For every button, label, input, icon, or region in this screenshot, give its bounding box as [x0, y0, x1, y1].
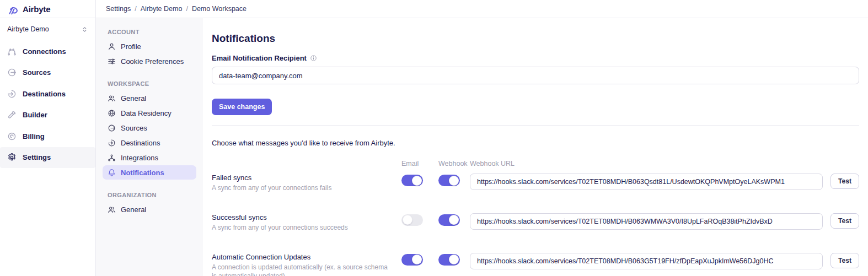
brand-wordmark: Airbyte — [23, 4, 50, 14]
settings-nav-item-label: General — [121, 205, 146, 214]
gear-icon — [7, 153, 17, 162]
settings-nav-section-title: ACCOUNT — [103, 26, 196, 39]
notification-title: Successful syncs — [212, 213, 401, 221]
notifications-rows: Failed syncsA sync from any of your conn… — [212, 174, 859, 276]
sliders-icon — [108, 57, 116, 66]
sources-icon — [7, 68, 17, 77]
sidebar-item-settings[interactable]: Settings — [0, 147, 95, 169]
sidebar-item-label: Builder — [23, 111, 47, 119]
integrations-icon — [108, 154, 116, 162]
toggle-knob — [449, 176, 459, 186]
breadcrumb-separator: / — [186, 5, 187, 13]
settings-nav-item-label: Destinations — [121, 139, 160, 147]
destinations-icon — [108, 139, 116, 147]
bell-icon — [108, 169, 116, 177]
breadcrumb-item-demo-workspace[interactable]: Demo Workspace — [192, 5, 247, 13]
settings-nav-item-destinations[interactable]: Destinations — [103, 136, 196, 150]
webhook-url-input[interactable] — [470, 174, 823, 190]
sidebar-item-builder[interactable]: Builder — [0, 105, 95, 126]
notification-row-automatic-connection-updates: Automatic Connection UpdatesA connection… — [212, 253, 859, 276]
notification-info: Automatic Connection UpdatesA connection… — [212, 253, 401, 276]
notification-description: A sync from any of your connections succ… — [212, 223, 401, 232]
settings-nav-item-general[interactable]: General — [103, 91, 196, 105]
sources-icon — [108, 124, 116, 132]
notification-description: A connection is updated automatically (e… — [212, 263, 401, 276]
settings-nav-item-integrations[interactable]: Integrations — [103, 150, 196, 165]
airbyte-logo-icon — [7, 3, 19, 15]
settings-nav: ACCOUNTProfileCookie PreferencesWORKSPAC… — [96, 18, 203, 276]
builder-icon — [7, 110, 17, 120]
settings-nav-item-notifications[interactable]: Notifications — [103, 165, 196, 180]
toggle-knob — [412, 176, 422, 186]
settings-nav-item-general[interactable]: General — [103, 202, 196, 217]
connections-icon — [7, 47, 17, 56]
sidebar-item-connections[interactable]: Connections — [0, 41, 95, 62]
workspace-selector-label: Airbyte Demo — [7, 25, 49, 33]
email-toggle[interactable] — [401, 175, 423, 186]
sidebar-item-sources[interactable]: Sources — [0, 62, 95, 84]
settings-nav-item-data-residency[interactable]: Data Residency — [103, 106, 196, 120]
settings-nav-item-cookie-preferences[interactable]: Cookie Preferences — [103, 54, 196, 68]
sidebar-item-label: Billing — [23, 132, 45, 140]
choose-messages-text: Choose what messages you'd like to recei… — [212, 139, 859, 147]
page-title: Notifications — [212, 33, 859, 45]
notification-description: A sync from any of your connections fail… — [212, 183, 401, 193]
settings-nav-section-title: ORGANIZATION — [103, 189, 196, 202]
test-button[interactable]: Test — [831, 174, 859, 189]
settings-nav-item-sources[interactable]: Sources — [103, 121, 196, 135]
settings-nav-item-label: Integrations — [121, 154, 158, 162]
destinations-icon — [7, 89, 17, 99]
toggle-knob — [449, 255, 459, 264]
sidebar-item-label: Settings — [23, 153, 51, 161]
sidebar-item-billing[interactable]: Billing — [0, 126, 95, 147]
email-toggle[interactable] — [401, 254, 423, 266]
webhook-toggle[interactable] — [438, 214, 460, 226]
webhook-toggle[interactable] — [438, 175, 460, 186]
breadcrumb-item-airbyte-demo[interactable]: Airbyte Demo — [141, 5, 183, 13]
settings-nav-item-label: General — [121, 94, 146, 102]
email-column-header: Email — [401, 160, 438, 167]
notification-row-successful-syncs: Successful syncsA sync from any of your … — [212, 213, 859, 232]
profile-icon — [108, 42, 116, 51]
save-changes-button[interactable]: Save changes — [212, 99, 272, 115]
settings-nav-item-profile[interactable]: Profile — [103, 39, 196, 53]
webhook-url-column-header: Webhook URL — [470, 160, 823, 167]
sidebar-item-label: Destinations — [23, 90, 66, 98]
test-button[interactable]: Test — [831, 253, 859, 268]
main-content: Notifications Email Notification Recipie… — [203, 18, 868, 276]
webhook-column-header: Webhook — [438, 160, 470, 167]
settings-nav-item-label: Data Residency — [121, 109, 172, 117]
notification-info: Successful syncsA sync from any of your … — [212, 213, 401, 232]
webhook-url-input[interactable] — [470, 213, 823, 230]
email-recipient-label: Email Notification Recipient — [212, 54, 307, 62]
webhook-toggle[interactable] — [438, 254, 460, 266]
test-button[interactable]: Test — [831, 213, 859, 229]
email-recipient-input[interactable] — [212, 67, 859, 84]
billing-icon — [7, 132, 17, 141]
sidebar-item-destinations[interactable]: Destinations — [0, 83, 95, 105]
settings-nav-item-label: Notifications — [121, 169, 164, 177]
sidebar-item-label: Connections — [23, 47, 66, 56]
topbar: Settings/Airbyte Demo/Demo Workspace — [96, 0, 868, 18]
toggle-knob — [403, 215, 412, 225]
settings-nav-item-label: Profile — [121, 42, 141, 51]
settings-nav-item-label: Cookie Preferences — [121, 57, 184, 66]
breadcrumb-item-settings[interactable]: Settings — [106, 5, 131, 13]
email-toggle[interactable] — [401, 214, 423, 226]
primary-sidebar: Airbyte Airbyte Demo ConnectionsSourcesD… — [0, 0, 96, 276]
workspace-selector[interactable]: Airbyte Demo — [0, 18, 95, 36]
app-window: Airbyte Airbyte Demo ConnectionsSourcesD… — [0, 0, 868, 276]
sidebar-item-label: Sources — [23, 68, 51, 77]
airbyte-logo[interactable]: Airbyte — [0, 0, 95, 18]
notifications-header-row: Email Webhook Webhook URL — [212, 160, 859, 167]
notification-title: Failed syncs — [212, 174, 401, 182]
webhook-url-input[interactable] — [470, 253, 823, 269]
globe-icon — [108, 109, 116, 117]
section-divider — [212, 125, 859, 126]
notification-info: Failed syncsA sync from any of your conn… — [212, 174, 401, 193]
settings-nav-item-label: Sources — [121, 124, 147, 132]
notification-row-failed-syncs: Failed syncsA sync from any of your conn… — [212, 174, 859, 193]
info-icon[interactable] — [310, 55, 317, 62]
breadcrumb-separator: / — [135, 5, 136, 13]
settings-nav-section-title: WORKSPACE — [103, 78, 196, 91]
